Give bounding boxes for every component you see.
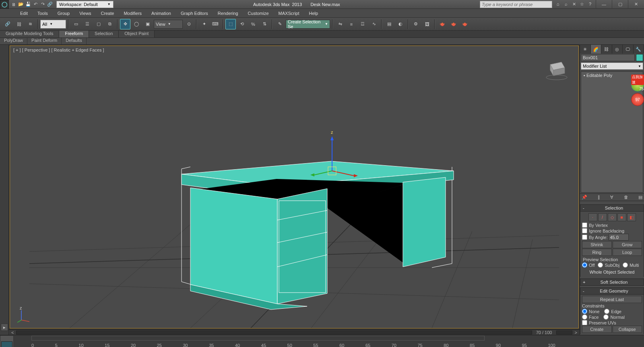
scroll-track-right[interactable] [556, 330, 572, 335]
ref-coord-system[interactable]: View▼ [154, 20, 183, 29]
constraint-face-radio[interactable]: Face [582, 314, 599, 320]
ring-button[interactable]: Ring [582, 249, 612, 256]
schematic-view-icon[interactable]: ▤ [384, 19, 394, 29]
menu-group[interactable]: Group [54, 10, 74, 17]
collapse-button[interactable]: Collapse [613, 326, 642, 333]
subobj-border-icon[interactable]: ◇ [608, 213, 617, 221]
pivot-center-icon[interactable]: ⊙ [184, 19, 194, 29]
menu-views[interactable]: Views [75, 10, 95, 17]
rollup-selection-header[interactable]: -Selection [580, 204, 644, 212]
keyboard-shortcut-icon[interactable]: ⌨ [210, 19, 221, 29]
angle-snap-icon[interactable]: ⟲ [237, 19, 247, 29]
render-last-icon[interactable]: 🫖 [460, 19, 470, 29]
app-menu-icon[interactable]: ◯ [0, 0, 9, 9]
named-selection-set[interactable]: Create Selection Se▼ [286, 20, 330, 29]
manipulate-icon[interactable]: ✦ [199, 19, 209, 29]
select-object-icon[interactable]: ▭ [71, 19, 81, 29]
menu-animation[interactable]: Animation [147, 10, 175, 17]
selection-filter[interactable]: All▼ [40, 20, 66, 29]
close-button[interactable]: ✕ [628, 0, 644, 9]
modifier-list[interactable]: Modifier List ▼ [581, 62, 643, 70]
preview-off-radio[interactable]: Off [582, 262, 594, 268]
rollup-soft-selection-header[interactable]: +Soft Selection [580, 278, 644, 286]
snap-toggle-icon[interactable]: ⬚ [225, 19, 236, 29]
loop-button[interactable]: Loop [613, 249, 642, 256]
repeat-last-button[interactable]: Repeat Last [582, 296, 642, 303]
constraint-normal-radio[interactable]: Normal [603, 314, 624, 320]
redo-icon[interactable]: ↷ [39, 1, 46, 8]
tab-hierarchy-icon[interactable]: ⛓ [601, 45, 612, 54]
constraint-edge-radio[interactable]: Edge [604, 309, 621, 314]
constraint-none-radio[interactable]: None [582, 309, 599, 314]
tab-modify-icon[interactable]: 🌈 [591, 45, 602, 54]
grow-button[interactable]: Grow [613, 241, 642, 248]
ribbon-panel-paintdeform[interactable]: Paint Deform [27, 38, 62, 44]
help-icon[interactable]: ? [587, 2, 593, 7]
ribbon-tab-objectpaint[interactable]: Object Paint [119, 31, 155, 37]
render-production-icon[interactable]: 🫖 [437, 19, 448, 29]
material-editor-icon[interactable]: ◐ [395, 19, 406, 29]
rendered-frame-icon[interactable]: 🖼 [422, 19, 432, 29]
ribbon-tab-selection[interactable]: Selection [89, 31, 119, 37]
menu-help[interactable]: Help [305, 10, 322, 17]
menu-customize[interactable]: Customize [244, 10, 273, 17]
new-icon[interactable]: 🗎 [10, 1, 17, 8]
preserve-uvs-check[interactable]: Preserve UVs [582, 320, 616, 325]
ribbon-panel-polydraw[interactable]: PolyDraw [0, 38, 27, 44]
align-icon[interactable]: ≡ [346, 19, 357, 29]
maximize-button[interactable]: ▢ [612, 0, 628, 9]
ribbon-tab-modeling[interactable]: Graphite Modeling Tools [0, 31, 59, 37]
search-input[interactable]: Type a keyword or phrase [480, 1, 552, 8]
preview-multi-radio[interactable]: Multi [623, 262, 639, 268]
create-button[interactable]: Create [582, 326, 612, 333]
configure-sets-icon[interactable]: ▤ [638, 195, 642, 200]
scroll-track[interactable] [16, 330, 532, 335]
by-angle-value[interactable]: 45.0 [609, 234, 629, 241]
percent-snap-icon[interactable]: % [248, 19, 258, 29]
preview-subobj-radio[interactable]: SubObj [598, 262, 619, 268]
select-rotate-icon[interactable]: ◯ [131, 19, 142, 29]
menu-create[interactable]: Create [97, 10, 118, 17]
object-color-swatch[interactable] [636, 54, 643, 61]
commcenter-icon[interactable]: ⌕ [563, 2, 569, 7]
ribbon-panel-defaults[interactable]: Defaults [62, 38, 86, 44]
undo-icon[interactable]: ↶ [32, 1, 39, 8]
viewcube[interactable] [542, 54, 570, 82]
layers-icon[interactable]: ☲ [357, 19, 368, 29]
minimize-button[interactable]: — [596, 0, 612, 9]
by-vertex-check[interactable]: By Vertex [582, 222, 608, 228]
select-scale-icon[interactable]: ▣ [142, 19, 153, 29]
make-unique-icon[interactable]: ∀ [610, 195, 613, 200]
accelerator-widget[interactable]: 点我加速 75 97 [631, 79, 644, 107]
menu-rendering[interactable]: Rendering [214, 10, 242, 17]
shrink-button[interactable]: Shrink [582, 241, 612, 248]
menu-edit[interactable]: Edit [16, 10, 32, 17]
show-end-result-icon[interactable]: ∥ [598, 195, 600, 200]
render-setup-icon[interactable]: ⚙ [411, 19, 421, 29]
remove-modifier-icon[interactable]: 🗑 [624, 195, 628, 200]
scroll-right-icon[interactable]: > [572, 330, 580, 335]
subobj-element-icon[interactable]: ◧ [627, 213, 636, 221]
scroll-left-icon[interactable]: < [9, 330, 16, 335]
spinner-snap-icon[interactable]: ⇅ [259, 19, 270, 29]
bind-spacewarp-icon[interactable]: ≋ [25, 19, 35, 29]
link-obj-icon[interactable]: 🔗 [2, 19, 13, 29]
by-angle-check[interactable]: By Angle: [582, 235, 607, 240]
menu-graph-editors[interactable]: Graph Editors [177, 10, 212, 17]
rect-region-icon[interactable]: ▢ [93, 19, 104, 29]
exchange-icon[interactable]: ✕ [571, 2, 577, 7]
time-ruler[interactable]: 0510152025303540455055606570758085909510… [14, 335, 555, 347]
subobj-vertex-icon[interactable]: · [588, 213, 597, 221]
ignore-backfacing-check[interactable]: Ignore Backfacing [582, 228, 624, 233]
tab-create-icon[interactable]: ✳ [580, 45, 591, 54]
menu-tools[interactable]: Tools [33, 10, 52, 17]
menu-maxscript[interactable]: MAXScript [275, 10, 303, 17]
subobj-edge-icon[interactable]: / [598, 213, 607, 221]
tab-display-icon[interactable]: 🖵 [623, 45, 634, 54]
ribbon-tab-freeform[interactable]: Freeform [59, 31, 89, 37]
select-move-icon[interactable]: ✥ [120, 19, 130, 29]
favorites-icon[interactable]: ☆ [579, 2, 585, 7]
open-icon[interactable]: 📂 [18, 1, 24, 8]
expand-toolbar-icon[interactable]: ▸ [1, 324, 8, 331]
curve-editor-icon[interactable]: ∿ [369, 19, 379, 29]
